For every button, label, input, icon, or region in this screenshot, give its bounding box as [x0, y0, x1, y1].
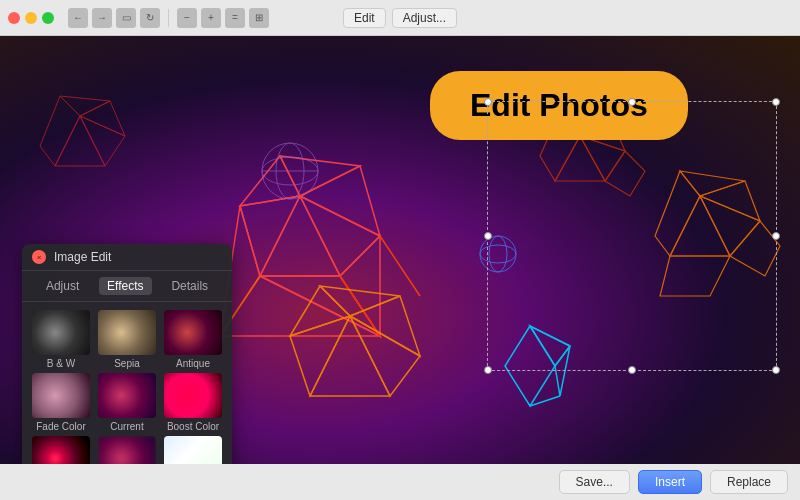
image-edit-panel: × Image Edit Adjust Effects Details B & … — [22, 244, 232, 500]
effect-thumb-fadecolor — [32, 373, 90, 418]
svg-marker-23 — [40, 96, 80, 166]
panel-title: Image Edit — [54, 250, 111, 264]
effect-thumb-sepia — [98, 310, 156, 355]
effect-thumb-antique — [164, 310, 222, 355]
svg-marker-18 — [290, 316, 350, 396]
panel-close-button[interactable]: × — [32, 250, 46, 264]
effect-label-antique: Antique — [176, 358, 210, 369]
svg-marker-22 — [60, 96, 110, 116]
insert-button[interactable]: Insert — [638, 470, 702, 494]
handle-bottom-center[interactable] — [628, 366, 636, 374]
separator — [168, 9, 169, 27]
svg-marker-17 — [290, 286, 350, 336]
plus-icon[interactable]: + — [201, 8, 221, 28]
effect-label-boostcolor: Boost Color — [167, 421, 219, 432]
effect-current[interactable]: Current — [96, 373, 158, 432]
toolbar-icons: ← → ▭ ↻ − + = ⊞ — [68, 8, 269, 28]
forward-icon[interactable]: → — [92, 8, 112, 28]
minimize-button[interactable] — [25, 12, 37, 24]
tab-details[interactable]: Details — [163, 277, 216, 295]
maximize-button[interactable] — [42, 12, 54, 24]
effect-fadecolor[interactable]: Fade Color — [30, 373, 92, 432]
svg-marker-13 — [310, 316, 390, 396]
handle-top-left[interactable] — [484, 98, 492, 106]
edit-dropdown[interactable]: Edit — [343, 8, 386, 28]
effect-bw[interactable]: B & W — [30, 310, 92, 369]
panel-header: × Image Edit — [22, 244, 232, 271]
minus-icon[interactable]: − — [177, 8, 197, 28]
main-canvas: Edit Photos × Image Edit Adjust Effects … — [0, 36, 800, 500]
refresh-icon[interactable]: ↻ — [140, 8, 160, 28]
equals-icon[interactable]: = — [225, 8, 245, 28]
bottom-bar: Save... Insert Replace — [0, 464, 800, 500]
effect-label-fadecolor: Fade Color — [36, 421, 85, 432]
svg-marker-0 — [260, 196, 340, 276]
handle-middle-right[interactable] — [772, 232, 780, 240]
svg-marker-20 — [80, 116, 125, 166]
handle-bottom-left[interactable] — [484, 366, 492, 374]
effect-antique[interactable]: Antique — [162, 310, 224, 369]
handle-top-center[interactable] — [628, 98, 636, 106]
svg-marker-3 — [280, 156, 360, 196]
effect-label-bw: B & W — [47, 358, 75, 369]
effect-label-current: Current — [110, 421, 143, 432]
handle-top-right[interactable] — [772, 98, 780, 106]
traffic-lights — [8, 12, 54, 24]
close-button[interactable] — [8, 12, 20, 24]
effect-sepia[interactable]: Sepia — [96, 310, 158, 369]
adjust-dropdown[interactable]: Adjust... — [392, 8, 457, 28]
titlebar-center: Edit Adjust... — [343, 8, 457, 28]
effect-thumb-current — [98, 373, 156, 418]
svg-line-11 — [380, 236, 420, 296]
handle-bottom-right[interactable] — [772, 366, 780, 374]
svg-marker-1 — [300, 196, 380, 276]
effect-label-sepia: Sepia — [114, 358, 140, 369]
tab-adjust[interactable]: Adjust — [38, 277, 87, 295]
grid-icon[interactable]: ⊞ — [249, 8, 269, 28]
svg-marker-14 — [350, 316, 420, 396]
box-icon[interactable]: ▭ — [116, 8, 136, 28]
replace-button[interactable]: Replace — [710, 470, 788, 494]
svg-marker-21 — [80, 101, 125, 136]
titlebar: ← → ▭ ↻ − + = ⊞ Edit Adjust... — [0, 0, 800, 36]
effect-thumb-boostcolor — [164, 373, 222, 418]
handle-middle-left[interactable] — [484, 232, 492, 240]
effect-thumb-bw — [32, 310, 90, 355]
effect-boostcolor[interactable]: Boost Color — [162, 373, 224, 432]
tab-effects[interactable]: Effects — [99, 277, 151, 295]
save-button[interactable]: Save... — [559, 470, 630, 494]
back-icon[interactable]: ← — [68, 8, 88, 28]
selection-box[interactable] — [487, 101, 777, 371]
panel-tabs: Adjust Effects Details — [22, 271, 232, 302]
